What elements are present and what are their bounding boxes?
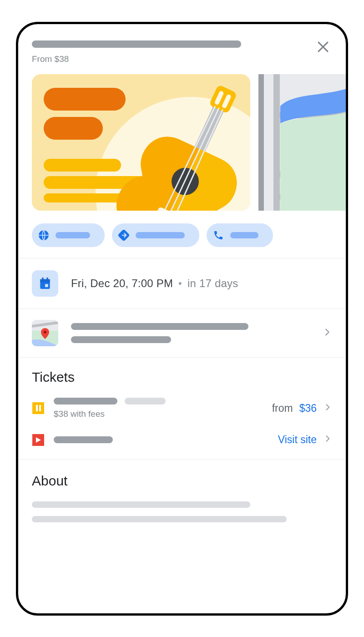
about-body — [18, 499, 346, 525]
hero-image-card[interactable] — [32, 74, 250, 211]
location-text — [71, 323, 309, 343]
svg-rect-8 — [44, 193, 128, 202]
svg-rect-5 — [44, 117, 103, 140]
directions-chip[interactable] — [112, 223, 199, 247]
event-detail-screen: From $38 — [18, 24, 346, 613]
location-line1-placeholder — [71, 323, 248, 330]
ticket-provider-1[interactable]: $38 with fees from $36 — [18, 393, 346, 424]
visit-site-link[interactable]: Visit site — [278, 434, 317, 446]
ticket-name-placeholder — [54, 398, 117, 404]
ticket-top — [54, 398, 263, 404]
location-row[interactable] — [18, 309, 346, 357]
datetime-row[interactable]: Fri, Dec 20, 7:00 PM • in 17 days — [18, 258, 346, 308]
about-line-placeholder — [32, 501, 250, 508]
ticket-name-placeholder — [54, 436, 113, 443]
svg-rect-24 — [42, 277, 43, 280]
ticket-tag-placeholder — [125, 398, 166, 404]
ticket-body — [54, 436, 269, 443]
header-price-from: From $38 — [32, 54, 307, 64]
datetime-relative: in 17 days — [187, 277, 238, 290]
location-line2-placeholder — [71, 336, 171, 343]
ticket-cta-group: Visit site — [278, 434, 332, 446]
action-chips — [18, 213, 346, 258]
datetime-text-group: Fri, Dec 20, 7:00 PM • in 17 days — [71, 277, 238, 290]
chip-label-placeholder — [230, 232, 258, 238]
website-chip[interactable] — [32, 223, 105, 247]
chevron-right-icon — [323, 434, 332, 446]
chip-label-placeholder — [56, 232, 90, 238]
calendar-icon — [38, 276, 52, 291]
svg-rect-6 — [44, 159, 121, 172]
hero-carousel[interactable] — [18, 68, 346, 213]
svg-rect-23 — [40, 279, 50, 282]
device-frame: From $38 — [16, 22, 348, 616]
svg-rect-26 — [45, 284, 48, 287]
ticket-price-group: from $36 — [272, 402, 332, 415]
event-title-placeholder — [32, 40, 241, 48]
chip-label-placeholder — [136, 232, 185, 238]
header: From $38 — [18, 24, 346, 68]
location-map-thumb — [32, 320, 58, 346]
calendar-badge — [32, 270, 58, 297]
header-left: From $38 — [32, 38, 307, 64]
map-thumbnail[interactable] — [258, 74, 346, 211]
tickets-heading: Tickets — [18, 358, 346, 393]
ticket-fee-note: $38 with fees — [54, 409, 263, 419]
svg-rect-32 — [39, 405, 41, 411]
svg-point-29 — [44, 331, 46, 334]
directions-icon — [116, 228, 131, 243]
svg-rect-19 — [258, 74, 264, 211]
ticket-from-label: from — [272, 402, 293, 415]
datetime-text: Fri, Dec 20, 7:00 PM — [71, 277, 173, 290]
ticket-body: $38 with fees — [54, 398, 263, 419]
svg-rect-4 — [44, 88, 126, 111]
svg-rect-31 — [36, 405, 38, 411]
close-icon — [315, 39, 331, 55]
chevron-right-icon — [322, 327, 332, 339]
ticket-provider-2[interactable]: Visit site — [18, 424, 346, 459]
svg-rect-30 — [32, 402, 44, 414]
about-line-placeholder — [32, 516, 287, 522]
chevron-right-icon — [323, 402, 332, 415]
call-chip[interactable] — [207, 223, 273, 247]
about-heading: About — [18, 460, 346, 499]
separator-dot: • — [178, 278, 182, 289]
svg-rect-25 — [46, 277, 48, 280]
ticket-price: $36 — [299, 402, 317, 415]
globe-icon — [36, 228, 51, 243]
close-button[interactable] — [314, 38, 332, 56]
ticket-provider-icon-2 — [32, 434, 45, 446]
ticket-provider-icon-1 — [32, 402, 45, 415]
phone-icon — [211, 228, 226, 243]
